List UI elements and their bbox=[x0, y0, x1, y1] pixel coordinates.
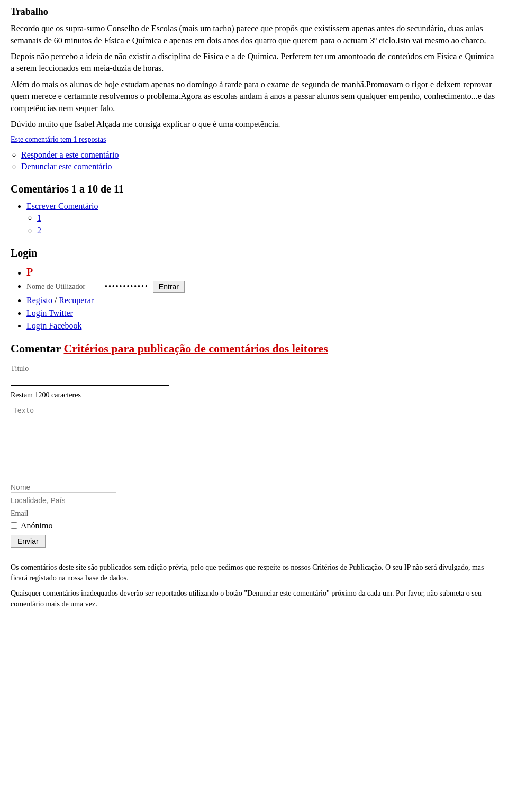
criterios-link[interactable]: Critérios para publicação de comentários… bbox=[64, 342, 328, 355]
page-numbers-list: 1 2 bbox=[37, 212, 497, 237]
login-registo-link[interactable]: Registo bbox=[26, 296, 52, 305]
footer-text-1: Os comentários deste site são publicados… bbox=[11, 562, 497, 583]
article-paragraph-2: Depois não percebo a ideia de não existi… bbox=[11, 51, 497, 75]
reply-comment-link[interactable]: Responder a este comentário bbox=[21, 150, 119, 159]
login-username-row: Nome de Utilizador •••••••••••• Entrar bbox=[26, 281, 497, 293]
anonymous-checkbox[interactable] bbox=[11, 522, 17, 529]
comments-header-section: Comentários 1 a 10 de 11 Escrever Coment… bbox=[11, 181, 497, 237]
comments-header: Comentários 1 a 10 de 11 bbox=[11, 181, 497, 196]
title-label: Título bbox=[11, 363, 497, 374]
comment-textarea[interactable] bbox=[11, 404, 497, 472]
write-comment-link[interactable]: Escrever Comentário bbox=[26, 202, 98, 211]
article-title: Trabalho bbox=[11, 5, 497, 19]
replies-link[interactable]: Este comentário tem 1 respostas bbox=[11, 134, 497, 145]
name-input[interactable] bbox=[11, 482, 116, 493]
title-input[interactable] bbox=[11, 375, 169, 386]
anonymous-label: Anónimo bbox=[21, 520, 52, 532]
article-paragraph-4: Dúvido muito que Isabel Alçada me consig… bbox=[11, 118, 497, 130]
login-title: Login bbox=[11, 245, 497, 260]
article-section: Trabalho Recordo que os supra-sumo Conse… bbox=[11, 5, 497, 173]
page-2-link[interactable]: 2 bbox=[37, 226, 41, 235]
location-input[interactable] bbox=[11, 495, 116, 506]
page-1-link[interactable]: 1 bbox=[37, 213, 41, 222]
login-recuperar-link[interactable]: Recuperar bbox=[59, 296, 94, 305]
article-paragraph-1: Recordo que os supra-sumo Conselho de Es… bbox=[11, 23, 497, 47]
footer-section: Os comentários deste site são publicados… bbox=[11, 562, 497, 609]
footer-text-2: Quaisquer comentários inadequados deverã… bbox=[11, 588, 497, 609]
title-field-group: Título bbox=[11, 363, 497, 386]
login-password-dots: •••••••••••• bbox=[105, 281, 149, 292]
login-facebook-link[interactable]: Login Facebook bbox=[26, 321, 81, 330]
login-twitter-link[interactable]: Login Twitter bbox=[26, 308, 73, 317]
article-paragraph-3: Além do mais os alunos de hoje estudam a… bbox=[11, 79, 497, 114]
location-field-group bbox=[11, 495, 497, 506]
login-username-label: Nome de Utilizador bbox=[26, 281, 101, 292]
name-field-group bbox=[11, 482, 497, 493]
comments-nav-list: Escrever Comentário 1 2 bbox=[26, 200, 497, 237]
email-label: Email bbox=[11, 508, 497, 519]
comentar-static-text: Comentar bbox=[11, 342, 61, 355]
login-entrar-button[interactable]: Entrar bbox=[153, 281, 185, 293]
login-list: P Nome de Utilizador •••••••••••• Entrar… bbox=[26, 264, 497, 332]
login-p-icon: P bbox=[26, 266, 33, 278]
login-section: Login P Nome de Utilizador •••••••••••• … bbox=[11, 245, 497, 332]
submit-button[interactable]: Enviar bbox=[11, 535, 46, 548]
anonymous-row: Anónimo bbox=[11, 520, 497, 532]
report-comment-link[interactable]: Denunciar este comentário bbox=[21, 162, 112, 171]
comentar-header: Comentar Critérios para publicação de co… bbox=[11, 341, 497, 357]
comment-actions-list: Responder a este comentário Denunciar es… bbox=[21, 149, 497, 173]
login-separator: / bbox=[55, 296, 57, 305]
email-field-group: Email bbox=[11, 508, 497, 519]
comment-form-section: Comentar Critérios para publicação de co… bbox=[11, 341, 497, 556]
char-count: Restam 1200 caracteres bbox=[11, 390, 497, 400]
